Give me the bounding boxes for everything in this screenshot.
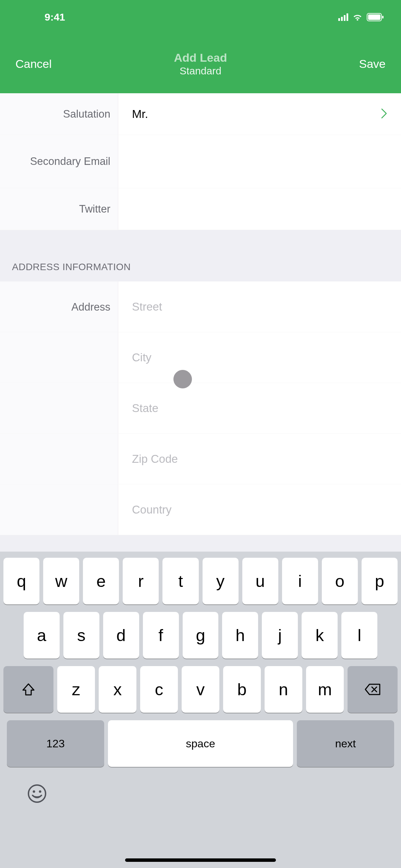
street-row[interactable]: Address xyxy=(0,281,401,332)
country-label-empty xyxy=(0,484,118,535)
save-button[interactable]: Save xyxy=(331,57,386,71)
salutation-value-cell[interactable]: Mr. xyxy=(118,93,401,135)
address-section: Address xyxy=(0,281,401,535)
state-input[interactable] xyxy=(132,402,387,415)
city-label-empty xyxy=(0,332,118,383)
twitter-row[interactable]: Twitter xyxy=(0,188,401,230)
keyboard-row-4: 123 space next xyxy=(3,720,398,767)
nav-title-group: Add Lead Standard xyxy=(70,51,331,77)
secondary-email-row[interactable]: Secondary Email xyxy=(0,135,401,188)
address-label: Address xyxy=(0,281,118,332)
key-u[interactable]: u xyxy=(242,558,278,604)
key-d[interactable]: d xyxy=(103,612,139,659)
page-subtitle: Standard xyxy=(180,65,221,77)
svg-rect-1 xyxy=(368,14,380,20)
key-o[interactable]: o xyxy=(322,558,358,604)
next-key[interactable]: next xyxy=(297,720,394,767)
country-row[interactable] xyxy=(0,484,401,535)
salutation-row[interactable]: Salutation Mr. xyxy=(0,93,401,135)
secondary-email-value-cell[interactable] xyxy=(118,135,401,188)
key-c[interactable]: c xyxy=(140,666,178,713)
salutation-value: Mr. xyxy=(132,107,148,121)
keyboard-footer xyxy=(0,767,401,803)
key-f[interactable]: f xyxy=(143,612,179,659)
key-b[interactable]: b xyxy=(223,666,261,713)
state-label-empty xyxy=(0,383,118,433)
secondary-email-input[interactable] xyxy=(132,155,387,168)
salutation-label: Salutation xyxy=(0,93,118,135)
emoji-key[interactable] xyxy=(27,784,47,803)
cancel-button[interactable]: Cancel xyxy=(15,57,70,71)
key-j[interactable]: j xyxy=(262,612,298,659)
cellular-signal-icon xyxy=(338,13,348,21)
zip-input[interactable] xyxy=(132,453,387,466)
key-l[interactable]: l xyxy=(341,612,377,659)
svg-point-3 xyxy=(28,785,46,802)
key-i[interactable]: i xyxy=(282,558,318,604)
home-indicator[interactable] xyxy=(125,858,276,862)
status-time: 9:41 xyxy=(45,11,65,23)
space-key[interactable]: space xyxy=(108,720,293,767)
twitter-value-cell[interactable] xyxy=(118,188,401,230)
status-icons xyxy=(338,13,384,21)
page-title: Add Lead xyxy=(174,51,227,64)
emoji-icon xyxy=(27,784,47,803)
status-bar: 9:41 xyxy=(0,0,401,34)
svg-rect-2 xyxy=(382,16,384,19)
svg-point-5 xyxy=(39,791,41,793)
key-w[interactable]: w xyxy=(43,558,79,604)
key-a[interactable]: a xyxy=(24,612,60,659)
address-section-header: ADDRESS INFORMATION xyxy=(0,230,401,281)
keyboard-row-1: q w e r t y u i o p xyxy=(3,558,398,604)
key-k[interactable]: k xyxy=(302,612,338,659)
key-g[interactable]: g xyxy=(183,612,219,659)
touch-indicator-icon xyxy=(173,370,192,388)
street-input[interactable] xyxy=(132,300,387,313)
numbers-key[interactable]: 123 xyxy=(7,720,104,767)
keyboard-row-2: a s d f g h j k l xyxy=(3,612,398,659)
battery-icon xyxy=(367,13,384,21)
zip-label-empty xyxy=(0,434,118,484)
backspace-key[interactable] xyxy=(348,666,398,713)
chevron-right-icon xyxy=(381,108,387,120)
key-m[interactable]: m xyxy=(306,666,344,713)
state-row[interactable] xyxy=(0,383,401,434)
key-v[interactable]: v xyxy=(182,666,219,713)
twitter-input[interactable] xyxy=(132,203,387,216)
key-e[interactable]: e xyxy=(83,558,119,604)
keyboard-row-3: z x c v b n m xyxy=(3,666,398,713)
key-h[interactable]: h xyxy=(222,612,258,659)
svg-point-4 xyxy=(33,791,35,793)
city-value-cell[interactable] xyxy=(118,332,401,383)
state-value-cell[interactable] xyxy=(118,383,401,433)
twitter-label: Twitter xyxy=(0,188,118,230)
key-s[interactable]: s xyxy=(63,612,99,659)
shift-icon xyxy=(22,683,35,696)
street-value-cell[interactable] xyxy=(118,281,401,332)
zip-value-cell[interactable] xyxy=(118,434,401,484)
key-p[interactable]: p xyxy=(362,558,398,604)
shift-key[interactable] xyxy=(3,666,53,713)
key-r[interactable]: r xyxy=(123,558,159,604)
country-value-cell[interactable] xyxy=(118,484,401,535)
keyboard: q w e r t y u i o p a s d f g h j k l z xyxy=(0,552,401,868)
city-row[interactable] xyxy=(0,332,401,383)
country-input[interactable] xyxy=(132,503,387,516)
city-input[interactable] xyxy=(132,351,387,364)
form-section: Salutation Mr. Secondary Email Twitter xyxy=(0,93,401,230)
key-y[interactable]: y xyxy=(203,558,239,604)
wifi-icon xyxy=(352,13,363,21)
key-z[interactable]: z xyxy=(57,666,95,713)
key-x[interactable]: x xyxy=(99,666,136,713)
key-t[interactable]: t xyxy=(162,558,198,604)
zip-row[interactable] xyxy=(0,434,401,484)
key-q[interactable]: q xyxy=(3,558,39,604)
nav-bar: Cancel Add Lead Standard Save xyxy=(0,34,401,93)
secondary-email-label: Secondary Email xyxy=(0,135,118,188)
backspace-icon xyxy=(365,684,380,695)
key-n[interactable]: n xyxy=(265,666,302,713)
